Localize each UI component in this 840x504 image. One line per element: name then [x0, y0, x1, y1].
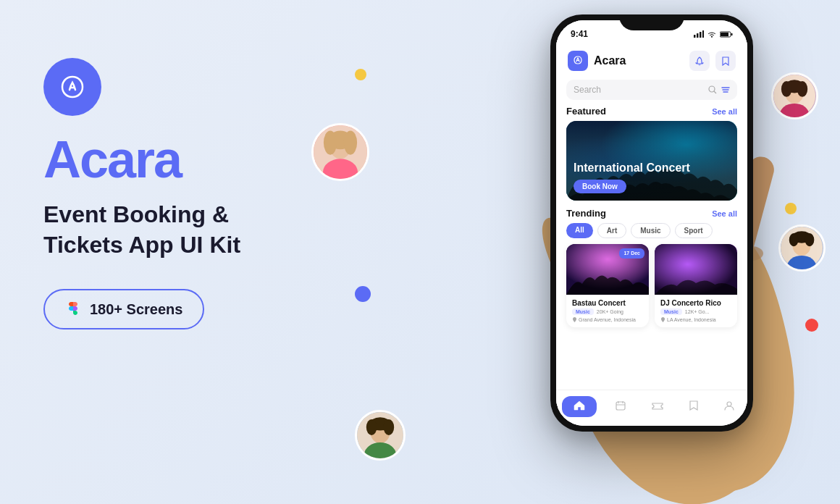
- search-bar[interactable]: Search: [566, 80, 737, 100]
- bookmark-icon[interactable]: [715, 51, 736, 71]
- nav-ticket[interactable]: [644, 397, 671, 417]
- event-going-2: 12K+ Go...: [685, 309, 710, 314]
- nav-bookmark-icon: [682, 396, 705, 417]
- header-icons: [689, 51, 736, 71]
- trending-title: Trending: [566, 208, 606, 219]
- svg-rect-35: [697, 33, 699, 38]
- event-tag-row-2: Music 12K+ Go...: [660, 308, 731, 315]
- app-name: Acara: [594, 54, 626, 67]
- svg-rect-36: [700, 32, 702, 38]
- event-tag-1: Music: [572, 308, 594, 315]
- nav-bookmark[interactable]: [682, 396, 705, 417]
- trending-section: Trending See all All Art Music Sport: [556, 208, 747, 332]
- event-location-2: LA Avenue, Indonesia: [660, 316, 731, 323]
- event-name-2: DJ Concerto Rico: [660, 299, 731, 307]
- svg-line-43: [714, 91, 716, 93]
- featured-section-header: Featured See all: [556, 106, 747, 121]
- search-placeholder: Search: [574, 85, 704, 95]
- event-img-concert: 17 Dec: [566, 244, 649, 295]
- brand-logo: [43, 58, 101, 116]
- svg-point-38: [711, 35, 713, 37]
- phone-screen: 9:41: [556, 20, 747, 426]
- featured-event-title: International Concert: [574, 161, 690, 175]
- phone-frame: 9:41: [550, 14, 753, 432]
- app-logo-small: [568, 51, 588, 71]
- svg-point-53: [727, 402, 731, 406]
- subtitle: Event Booking & Tickets App UI Kit: [43, 200, 362, 260]
- event-cards-grid: 17 Dec Bastau Concert Music 20K+ Going: [556, 244, 747, 327]
- pill-art[interactable]: Art: [597, 223, 626, 238]
- featured-title: Featured: [566, 106, 606, 117]
- event-going-1: 20K+ Going: [597, 309, 623, 314]
- phone-notch: [619, 14, 684, 30]
- screens-count: 180+ Screens: [90, 301, 182, 318]
- event-card-2[interactable]: DJ Concerto Rico Music 12K+ Go... LA Ave…: [655, 244, 737, 327]
- featured-see-all[interactable]: See all: [712, 107, 737, 116]
- event-name-1: Bastau Concert: [572, 299, 643, 307]
- category-pills: All Art Music Sport: [556, 223, 747, 244]
- svg-rect-40: [731, 33, 733, 35]
- trending-see-all[interactable]: See all: [712, 209, 737, 218]
- app-screen: 9:41: [556, 20, 747, 426]
- nav-calendar-icon: [608, 396, 633, 417]
- svg-rect-49: [616, 402, 625, 410]
- event-info-2: DJ Concerto Rico Music 12K+ Go... LA Ave…: [655, 295, 737, 327]
- pill-all[interactable]: All: [566, 223, 593, 238]
- nav-profile-icon: [717, 396, 742, 417]
- status-time: 9:41: [571, 29, 588, 39]
- svg-rect-37: [702, 30, 704, 38]
- svg-point-42: [709, 86, 715, 92]
- pill-music[interactable]: Music: [631, 223, 670, 238]
- svg-rect-34: [694, 35, 696, 38]
- featured-content: International Concert Book Now: [574, 161, 690, 193]
- pill-sport[interactable]: Sport: [675, 223, 713, 238]
- phone-mockup: 9:41: [550, 14, 768, 432]
- left-section: Acara Event Booking & Tickets App UI Kit…: [43, 58, 362, 329]
- book-now-button[interactable]: Book Now: [574, 180, 626, 193]
- screens-badge[interactable]: 180+ Screens: [43, 289, 204, 329]
- svg-rect-41: [721, 33, 728, 36]
- event-img-dj: [655, 244, 737, 295]
- bottom-nav: [556, 390, 747, 426]
- avatar-young-man: [355, 410, 406, 461]
- event-tag-2: Music: [660, 308, 682, 315]
- trending-section-header: Trending See all: [556, 208, 747, 223]
- nav-calendar[interactable]: [608, 396, 633, 417]
- event-card-1[interactable]: 17 Dec Bastau Concert Music 20K+ Going: [566, 244, 649, 327]
- svg-point-22: [366, 419, 377, 435]
- event-date-badge: 17 Dec: [619, 248, 644, 259]
- event-location-1: Grand Avenue, Indonesia: [572, 316, 643, 323]
- app-header: Acara: [556, 43, 747, 77]
- nav-profile[interactable]: [717, 396, 742, 417]
- event-tag-row-1: Music 20K+ Going: [572, 308, 643, 315]
- brand-title: Acara: [43, 133, 362, 185]
- nav-home[interactable]: [562, 396, 597, 417]
- status-icons: [694, 30, 733, 38]
- search-icons: [708, 85, 730, 94]
- notification-icon[interactable]: [689, 51, 710, 71]
- svg-point-23: [384, 419, 395, 435]
- nav-home-icon: [562, 396, 597, 417]
- event-info-1: Bastau Concert Music 20K+ Going Grand Av…: [566, 295, 649, 327]
- app-logo-row: Acara: [568, 51, 626, 71]
- nav-ticket-icon: [644, 397, 671, 417]
- featured-banner: International Concert Book Now: [566, 121, 737, 201]
